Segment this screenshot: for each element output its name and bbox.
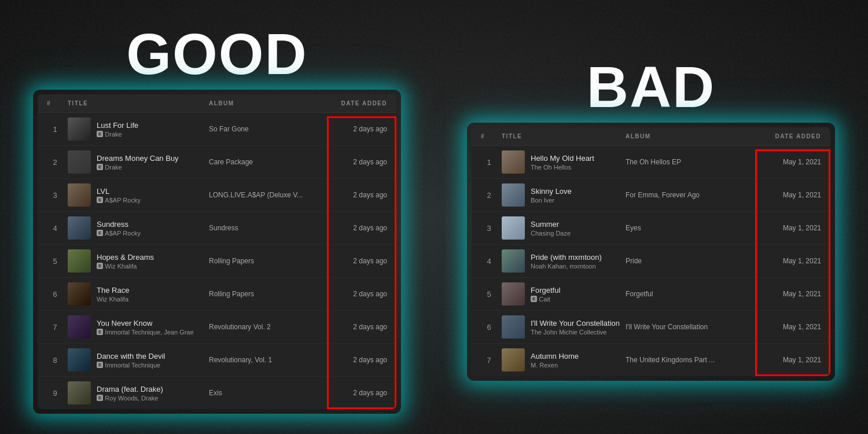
track-artist: E Immortal Technique, Jean Grae: [97, 329, 194, 336]
track-text: Autumn Home M. Rexen: [531, 352, 579, 369]
track-number: 1: [47, 125, 63, 134]
track-row[interactable]: 3 LVL E A$AP Rocky LONG.LIVE.A$AP (Delux…: [38, 179, 396, 212]
track-thumbnail: [502, 348, 525, 372]
track-row[interactable]: 8 Dance with the Devil E Immortal Techni…: [38, 344, 396, 377]
track-text: Dreams Money Can Buy E Drake: [97, 154, 179, 171]
track-number: 3: [47, 191, 63, 200]
track-artist: Noah Kahan, mxmtoon: [531, 263, 602, 270]
track-text: Pride (with mxmtoon) Noah Kahan, mxmtoon: [531, 253, 602, 270]
track-date: 2 days ago: [318, 158, 387, 166]
track-row[interactable]: 1 Lust For Life E Drake So Far Gone 2 da…: [38, 113, 396, 146]
track-info: Autumn Home M. Rexen: [502, 348, 621, 372]
track-text: You Never Know E Immortal Technique, Jea…: [97, 319, 194, 336]
track-number: 6: [481, 323, 497, 332]
track-number: 4: [481, 257, 497, 266]
track-info: I'll Write Your Constellation The John M…: [502, 315, 621, 339]
track-date: 2 days ago: [318, 125, 387, 133]
track-artist: Chasing Daze: [531, 230, 571, 237]
track-thumbnail: [68, 348, 91, 372]
explicit-badge: E: [97, 197, 103, 204]
track-thumbnail: [68, 216, 91, 240]
track-album: I'll Write Your Constellation: [626, 323, 741, 331]
track-info: Dance with the Devil E Immortal Techniqu…: [68, 348, 204, 372]
track-row[interactable]: 1 Hello My Old Heart The Oh Hellos The O…: [472, 146, 830, 179]
track-album: Eyes: [626, 224, 741, 232]
track-row[interactable]: 5 Hopes & Dreams E Wiz Khalifa Rolling P…: [38, 245, 396, 278]
track-thumbnail: [68, 117, 91, 141]
track-row[interactable]: 3 Summer Chasing Daze Eyes May 1, 2021: [472, 212, 830, 245]
track-artist: Bon Iver: [531, 197, 572, 204]
track-album: Pride: [626, 257, 741, 265]
track-row[interactable]: 7 You Never Know E Immortal Technique, J…: [38, 311, 396, 344]
track-text: I'll Write Your Constellation The John M…: [531, 319, 620, 336]
track-info: Skinny Love Bon Iver: [502, 183, 621, 207]
track-thumbnail: [502, 216, 525, 240]
track-album: LONG.LIVE.A$AP (Deluxe V...: [209, 191, 313, 199]
track-date: 2 days ago: [318, 356, 387, 364]
track-row[interactable]: 6 The Race Wiz Khalifa Rolling Papers 2 …: [38, 278, 396, 311]
track-date: May 1, 2021: [746, 158, 821, 166]
explicit-badge: E: [97, 263, 103, 270]
track-row[interactable]: 9 Drama (feat. Drake) E Roy Woods, Drake…: [38, 377, 396, 409]
track-info: Lust For Life E Drake: [68, 117, 204, 141]
track-info: Sundress E A$AP Rocky: [68, 216, 204, 240]
track-number: 1: [481, 158, 497, 167]
track-date: May 1, 2021: [746, 323, 821, 331]
explicit-badge: E: [97, 395, 103, 402]
track-album: Rolling Papers: [209, 257, 313, 265]
track-title: I'll Write Your Constellation: [531, 319, 620, 328]
track-artist: E Wiz Khalifa: [97, 263, 154, 270]
track-album: Revolutionary Vol. 2: [209, 323, 313, 331]
track-thumbnail: [502, 315, 525, 339]
track-row[interactable]: 7 Autumn Home M. Rexen The United Kingdo…: [472, 344, 830, 376]
track-thumbnail: [502, 183, 525, 207]
track-date: 2 days ago: [318, 323, 387, 331]
track-date: 2 days ago: [318, 257, 387, 265]
track-number: 9: [47, 389, 63, 398]
track-text: The Race Wiz Khalifa: [97, 286, 129, 303]
track-album: Sundress: [209, 224, 313, 232]
track-artist: M. Rexen: [531, 362, 579, 369]
track-text: Sundress E A$AP Rocky: [97, 220, 141, 237]
bad-col-album: ALBUM: [626, 133, 741, 139]
bad-section: BAD # TITLE ALBUM DATE ADDED 1 Hello My …: [454, 58, 848, 376]
track-thumbnail: [502, 249, 525, 273]
bad-col-date: DATE ADDED: [746, 133, 821, 139]
bad-col-title: TITLE: [502, 133, 621, 139]
track-title: Sundress: [97, 220, 141, 229]
explicit-badge: E: [531, 296, 537, 303]
track-album: So Far Gone: [209, 125, 313, 133]
track-album: For Emma, Forever Ago: [626, 191, 741, 199]
track-row[interactable]: 5 Forgetful E Cait Forgetful May 1, 2021: [472, 278, 830, 311]
track-text: Forgetful E Cait: [531, 286, 560, 303]
track-row[interactable]: 2 Skinny Love Bon Iver For Emma, Forever…: [472, 179, 830, 212]
track-title: Hopes & Dreams: [97, 253, 154, 262]
good-panel-wrapper: # TITLE ALBUM DATE ADDED 1 Lust For Life…: [38, 94, 396, 409]
track-date: 2 days ago: [318, 224, 387, 232]
track-text: Summer Chasing Daze: [531, 220, 571, 237]
good-section: GOOD # TITLE ALBUM DATE ADDED 1 Lust For…: [20, 25, 414, 409]
track-thumbnail: [68, 183, 91, 207]
track-artist: E Drake: [97, 164, 179, 171]
track-title: Summer: [531, 220, 571, 229]
track-text: Skinny Love Bon Iver: [531, 187, 572, 204]
track-text: LVL E A$AP Rocky: [97, 187, 141, 204]
track-date: 2 days ago: [318, 290, 387, 298]
track-artist: The John Michie Collective: [531, 329, 620, 336]
good-playlist-panel: # TITLE ALBUM DATE ADDED 1 Lust For Life…: [38, 94, 396, 409]
track-row[interactable]: 4 Pride (with mxmtoon) Noah Kahan, mxmto…: [472, 245, 830, 278]
track-number: 2: [481, 191, 497, 200]
track-thumbnail: [68, 282, 91, 306]
track-number: 2: [47, 158, 63, 167]
track-info: Forgetful E Cait: [502, 282, 621, 306]
track-info: Drama (feat. Drake) E Roy Woods, Drake: [68, 381, 204, 404]
bad-panel-header: # TITLE ALBUM DATE ADDED: [472, 127, 830, 146]
track-row[interactable]: 6 I'll Write Your Constellation The John…: [472, 311, 830, 344]
bad-panel-wrapper: # TITLE ALBUM DATE ADDED 1 Hello My Old …: [472, 127, 830, 376]
good-label: GOOD: [126, 25, 308, 83]
track-row[interactable]: 4 Sundress E A$AP Rocky Sundress 2 days …: [38, 212, 396, 245]
track-text: Hello My Old Heart The Oh Hellos: [531, 154, 594, 171]
track-date: 2 days ago: [318, 191, 387, 199]
bad-playlist-panel: # TITLE ALBUM DATE ADDED 1 Hello My Old …: [472, 127, 830, 376]
track-row[interactable]: 2 Dreams Money Can Buy E Drake Care Pack…: [38, 146, 396, 179]
